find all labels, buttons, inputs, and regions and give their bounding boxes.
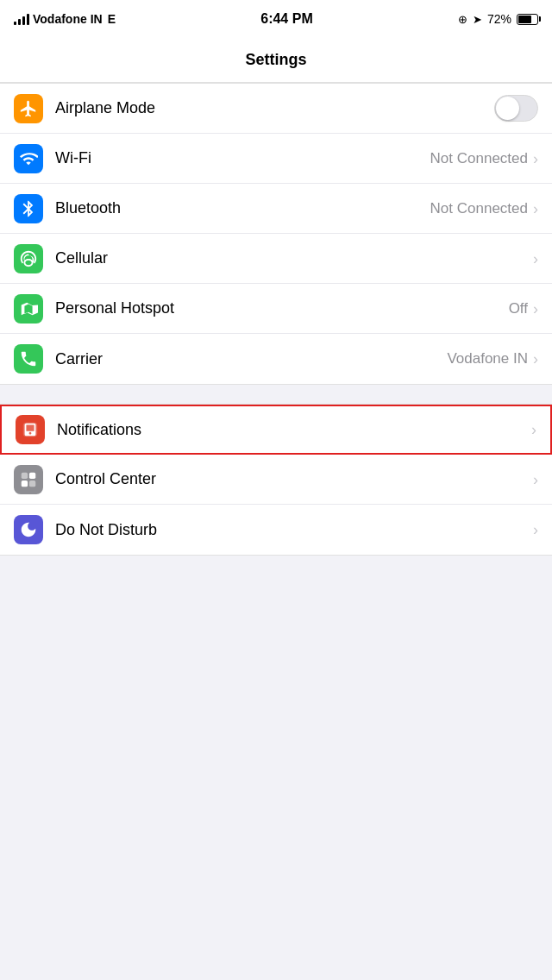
settings-row-do-not-disturb[interactable]: Do Not Disturb › [0,505,552,555]
svg-rect-2 [29,472,35,478]
bluetooth-icon [19,199,38,218]
airplane-mode-toggle[interactable] [494,95,538,122]
cellular-right: › [533,251,538,267]
bluetooth-content: Bluetooth Not Connected › [55,199,538,217]
bluetooth-value: Not Connected [430,200,528,217]
settings-row-bluetooth[interactable]: Bluetooth Not Connected › [0,184,552,234]
hotspot-label: Personal Hotspot [55,299,174,317]
carrier-label: Vodafone IN [33,12,103,26]
battery-percentage: 72% [487,12,511,26]
phone-icon [19,349,38,368]
control-center-label: Control Center [55,470,156,488]
do-not-disturb-icon-wrap [14,515,43,544]
svg-rect-4 [29,480,35,486]
carrier-chevron: › [533,351,538,367]
time-label: 6:44 PM [260,11,312,27]
network-type: E [108,12,116,26]
settings-row-hotspot[interactable]: Personal Hotspot Off › [0,284,552,334]
status-left: Vodafone IN E [14,12,116,26]
cellular-chevron: › [533,251,538,267]
location-icon: ➤ [473,13,482,26]
bluetooth-chevron: › [533,201,538,217]
control-center-icon [19,470,38,489]
control-center-chevron: › [533,472,538,487]
carrier-label: Carrier [55,350,103,368]
do-not-disturb-chevron: › [533,522,538,537]
settings-row-control-center[interactable]: Control Center › [0,455,552,505]
control-center-content: Control Center › [55,470,538,488]
nav-bar: Settings [0,38,552,83]
wifi-icon [19,149,38,168]
wifi-content: Wi-Fi Not Connected › [55,149,538,167]
carrier-value: Vodafone IN [447,350,528,368]
battery-fill [518,16,531,23]
hotspot-icon [19,299,38,318]
settings-row-wifi[interactable]: Wi-Fi Not Connected › [0,134,552,184]
toggle-knob [496,97,519,120]
page-title: Settings [245,51,306,69]
hotspot-right: Off › [509,300,538,317]
lock-icon: ⊕ [458,13,467,26]
settings-row-notifications[interactable]: Notifications › [0,405,552,455]
svg-rect-1 [22,472,28,478]
cellular-icon [19,249,38,268]
cellular-icon-wrap [14,244,43,273]
airplane-mode-label: Airplane Mode [55,99,155,117]
hotspot-icon-wrap [14,294,43,324]
carrier-content: Carrier Vodafone IN › [55,350,538,368]
airplane-mode-icon-wrap [14,94,43,123]
wifi-icon-wrap [14,144,43,173]
settings-row-airplane-mode[interactable]: Airplane Mode [0,84,552,134]
wifi-right: Not Connected › [430,150,538,167]
battery-icon [517,14,538,25]
do-not-disturb-label: Do Not Disturb [55,521,157,539]
carrier-right: Vodafone IN › [447,350,538,368]
hotspot-content: Personal Hotspot Off › [55,299,538,317]
hotspot-chevron: › [533,301,538,317]
do-not-disturb-right: › [533,522,538,537]
svg-rect-3 [22,480,28,486]
notifications-right: › [531,422,536,437]
moon-icon [19,520,38,539]
status-right: ⊕ ➤ 72% [458,12,538,26]
wifi-chevron: › [533,151,538,166]
cellular-content: Cellular › [55,249,538,267]
control-center-right: › [533,472,538,487]
status-bar: Vodafone IN E 6:44 PM ⊕ ➤ 72% [0,0,552,38]
settings-group-1: Airplane Mode Wi-Fi Not Connected › [0,83,552,385]
airplane-icon [19,99,38,118]
cellular-label: Cellular [55,249,108,267]
settings-row-carrier[interactable]: Carrier Vodafone IN › [0,334,552,384]
do-not-disturb-content: Do Not Disturb › [55,521,538,539]
notifications-chevron: › [531,422,536,437]
settings-row-cellular[interactable]: Cellular › [0,234,552,284]
signal-icon [14,13,29,25]
carrier-icon-wrap [14,344,43,374]
notifications-label: Notifications [57,421,141,439]
wifi-label: Wi-Fi [55,149,91,167]
wifi-value: Not Connected [430,150,528,167]
hotspot-value: Off [509,300,528,317]
airplane-mode-content: Airplane Mode [55,95,538,122]
control-center-icon-wrap [14,465,43,494]
bluetooth-label: Bluetooth [55,199,121,217]
bluetooth-right: Not Connected › [430,200,538,217]
notifications-icon [21,420,40,439]
notifications-icon-wrap [16,415,45,444]
notifications-content: Notifications › [57,421,536,439]
settings-group-2: Notifications › Control Center › [0,404,552,556]
bluetooth-icon-wrap [14,194,43,223]
